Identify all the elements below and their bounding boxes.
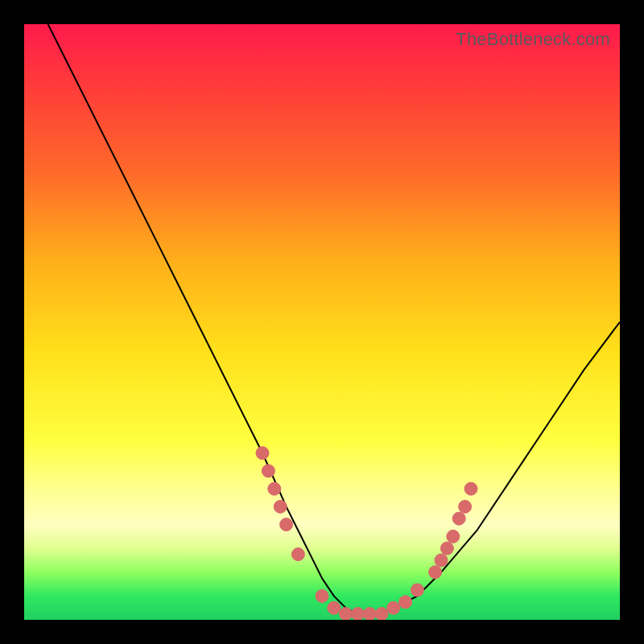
data-marker xyxy=(363,608,376,620)
data-marker xyxy=(429,566,442,579)
data-marker xyxy=(447,530,460,543)
data-marker xyxy=(291,548,304,561)
chart-container: TheBottleneck.com xyxy=(0,0,644,644)
data-marker xyxy=(440,542,453,555)
data-marker xyxy=(340,608,353,620)
data-marker xyxy=(387,601,400,614)
plot-area: TheBottleneck.com xyxy=(24,24,620,620)
data-marker xyxy=(399,596,412,609)
data-marker xyxy=(280,518,293,531)
data-marker xyxy=(452,512,465,525)
data-marker xyxy=(351,608,364,620)
data-marker xyxy=(459,500,472,513)
chart-svg xyxy=(24,24,620,620)
data-marker xyxy=(268,482,281,495)
data-marker xyxy=(316,589,328,602)
data-marker xyxy=(375,608,388,620)
bottleneck-curve-line xyxy=(48,24,620,614)
data-marker xyxy=(464,482,477,495)
data-marker xyxy=(262,464,275,477)
data-marker xyxy=(328,601,341,614)
data-marker xyxy=(435,554,448,567)
marker-group xyxy=(256,447,477,620)
data-marker xyxy=(256,447,269,460)
data-marker xyxy=(274,500,287,513)
data-marker xyxy=(411,584,423,597)
